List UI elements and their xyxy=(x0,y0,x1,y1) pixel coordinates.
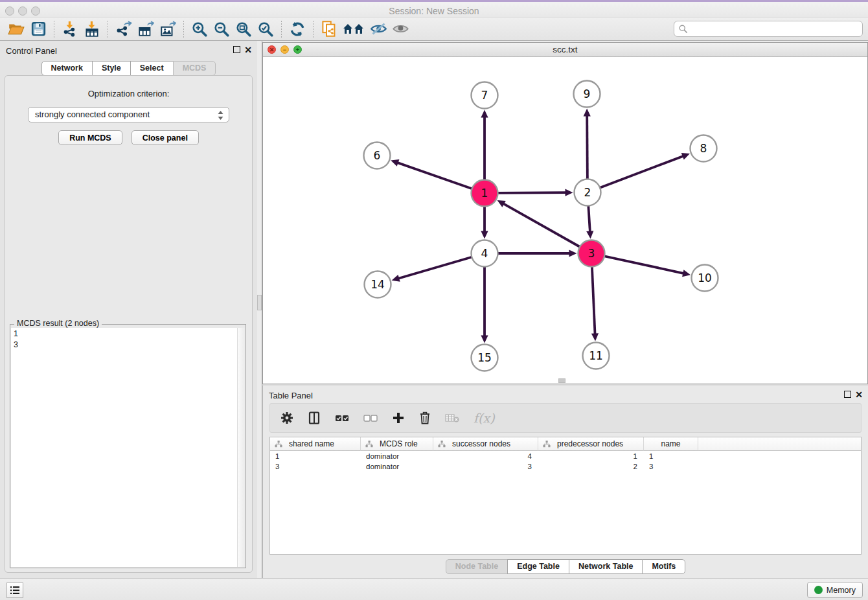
gear-icon[interactable] xyxy=(280,411,293,424)
table-cell[interactable]: 1 xyxy=(538,451,644,461)
graph-edge[interactable] xyxy=(591,253,685,273)
table-cell[interactable]: 3 xyxy=(433,461,538,472)
control-panel: Control Panel ✕ NetworkStyleSelectMCDS O… xyxy=(0,41,257,578)
table-panel-tabs: Node TableEdge TableNetwork TableMotifs xyxy=(263,559,868,574)
zoom-selected-icon[interactable] xyxy=(255,19,277,39)
column-type-icon xyxy=(365,441,373,448)
memory-label: Memory xyxy=(827,586,856,595)
table-cell[interactable]: dominator xyxy=(361,451,433,461)
table-cell[interactable]: 3 xyxy=(270,461,361,472)
column-type-icon xyxy=(275,441,282,448)
select-all-icon[interactable] xyxy=(335,413,349,422)
show-column-icon[interactable] xyxy=(308,411,321,424)
column-type-icon xyxy=(438,441,446,448)
graph-node-label: 10 xyxy=(698,271,712,284)
tab-select[interactable]: Select xyxy=(130,61,174,76)
eye-slash-icon[interactable] xyxy=(367,19,389,39)
table-cell[interactable]: 1 xyxy=(270,451,361,461)
column-header-name[interactable]: name xyxy=(644,437,698,451)
network-window-title: scc.txt xyxy=(263,45,867,54)
table-cell[interactable]: dominator xyxy=(361,461,433,472)
network-canvas[interactable]: 7968124314101511 xyxy=(263,57,867,384)
tab-style[interactable]: Style xyxy=(92,61,131,76)
column-header-shared-name[interactable]: shared name xyxy=(270,437,361,451)
float-panel-icon[interactable] xyxy=(233,46,240,53)
refresh-icon[interactable] xyxy=(286,19,308,39)
toolbar-separator xyxy=(313,21,314,38)
criterion-dropdown[interactable]: strongly connected component xyxy=(28,107,229,122)
close-table-panel-icon[interactable]: ✕ xyxy=(855,391,863,398)
tab-node-table[interactable]: Node Table xyxy=(446,559,508,574)
add-column-icon[interactable] xyxy=(392,411,405,424)
task-history-button[interactable] xyxy=(6,583,23,598)
float-table-panel-icon[interactable] xyxy=(844,391,851,398)
export-network-icon[interactable] xyxy=(113,19,135,39)
column-header-MCDS-role[interactable]: MCDS role xyxy=(361,437,433,451)
vertical-splitter[interactable] xyxy=(257,41,262,578)
main-toolbar xyxy=(0,17,868,41)
table-cell[interactable]: 4 xyxy=(433,451,538,461)
mcds-result-title: MCDS result (2 nodes) xyxy=(14,319,102,328)
tab-network[interactable]: Network xyxy=(41,61,93,76)
tab-edge-table[interactable]: Edge Table xyxy=(507,559,569,574)
window-titlebar: Session: New Session xyxy=(0,0,868,17)
splitter-grip[interactable] xyxy=(257,295,262,310)
criterion-value: strongly connected component xyxy=(35,110,150,119)
open-folder-icon[interactable] xyxy=(5,19,27,39)
table-panel: Table Panel ✕ f(x) shared nameMCDS roles… xyxy=(262,386,868,578)
delete-column-icon[interactable] xyxy=(419,411,431,424)
table-toolbar: f(x) xyxy=(269,403,862,433)
graph-node-label: 1 xyxy=(481,187,488,200)
run-mcds-button[interactable]: Run MCDS xyxy=(58,130,122,145)
tab-motifs[interactable]: Motifs xyxy=(642,559,685,574)
copy-network-icon[interactable] xyxy=(318,19,340,39)
import-table-icon[interactable] xyxy=(81,19,103,39)
column-label: MCDS role xyxy=(380,439,418,448)
table-cell[interactable]: 1 xyxy=(644,451,698,461)
table-cell[interactable]: 3 xyxy=(644,461,698,472)
column-header-successor-nodes[interactable]: successor nodes xyxy=(433,437,538,451)
table-row[interactable]: 1dominator411 xyxy=(270,451,861,461)
graph-svg[interactable]: 7968124314101511 xyxy=(263,57,867,384)
eye-icon[interactable] xyxy=(389,19,411,39)
graph-edge[interactable] xyxy=(588,156,685,192)
table-header-row: shared nameMCDS rolesuccessor nodesprede… xyxy=(270,437,861,451)
result-line: 3 xyxy=(14,340,237,351)
canvas-scroll-grip[interactable] xyxy=(558,378,565,383)
zoom-fit-icon[interactable] xyxy=(233,19,255,39)
column-header-filler xyxy=(698,437,861,451)
graph-edge-arrowhead xyxy=(481,336,488,343)
dropdown-stepper-icon xyxy=(217,110,224,121)
network-window-titlebar[interactable]: ✕ − + scc.txt xyxy=(263,43,867,57)
delete-table-icon xyxy=(445,413,459,423)
mcds-result-box: MCDS result (2 nodes) 13 xyxy=(10,324,246,568)
graph-node-label: 2 xyxy=(584,186,591,199)
graph-edge[interactable] xyxy=(502,203,591,253)
zoom-out-icon[interactable] xyxy=(211,19,233,39)
mcds-result-list[interactable]: 13 xyxy=(11,328,237,567)
table-row[interactable]: 3dominator323 xyxy=(270,461,861,472)
import-network-icon[interactable] xyxy=(59,19,81,39)
export-image-icon[interactable] xyxy=(157,19,179,39)
export-table-icon[interactable] xyxy=(135,19,157,39)
search-input[interactable] xyxy=(674,21,863,37)
node-table: shared nameMCDS rolesuccessor nodesprede… xyxy=(269,437,862,555)
result-scrollbar[interactable] xyxy=(237,328,245,567)
toolbar-separator xyxy=(54,21,54,38)
toolbar-separator xyxy=(183,21,184,38)
tab-mcds[interactable]: MCDS xyxy=(173,61,216,76)
graph-node-label: 14 xyxy=(371,278,385,291)
close-panel-button[interactable]: Close panel xyxy=(131,130,199,145)
column-header-predecessor-nodes[interactable]: predecessor nodes xyxy=(538,437,644,451)
graph-edge-arrowhead xyxy=(392,275,400,282)
graph-edge-arrowhead xyxy=(481,231,488,239)
zoom-in-icon[interactable] xyxy=(188,19,211,39)
table-panel-title: Table Panel xyxy=(269,391,313,400)
memory-button[interactable]: Memory xyxy=(807,582,863,598)
deselect-all-icon[interactable] xyxy=(363,413,378,422)
save-icon[interactable] xyxy=(27,19,49,39)
tab-network-table[interactable]: Network Table xyxy=(569,559,643,574)
home-icon[interactable] xyxy=(340,19,367,39)
close-panel-icon[interactable]: ✕ xyxy=(244,46,252,54)
table-cell[interactable]: 2 xyxy=(538,461,644,472)
